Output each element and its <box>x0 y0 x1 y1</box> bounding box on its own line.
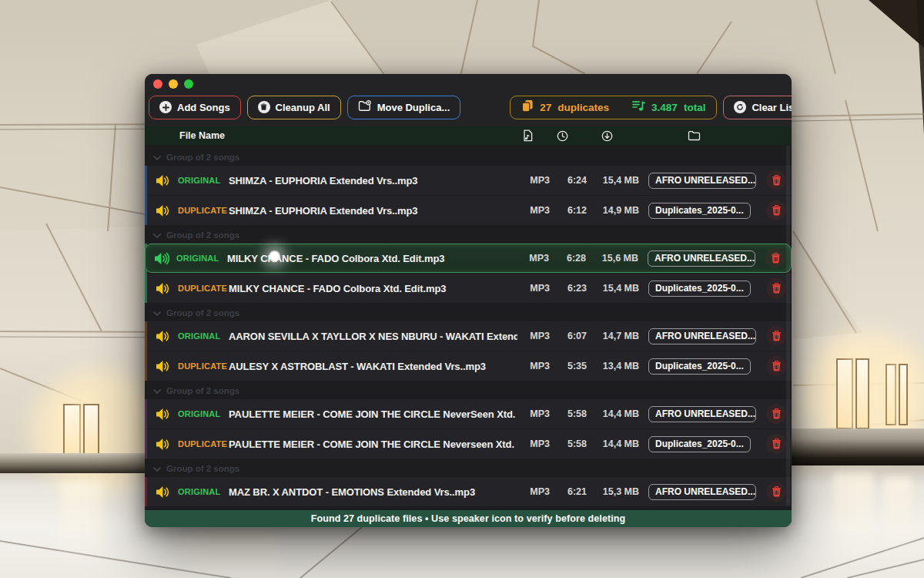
file-type: MP3 <box>517 331 550 341</box>
file-type: MP3 <box>517 175 550 186</box>
row-tag: ORIGINAL <box>178 331 229 341</box>
group-rows: ORIGINAL PAULETTE MEIER - COME JOIN THE … <box>145 399 792 459</box>
file-name: AULESY X ASTROBLAST - WAKATI Extended Vr… <box>229 361 517 372</box>
file-size: 15,4 MB <box>587 283 639 294</box>
speaker-preview-button[interactable] <box>147 486 178 499</box>
group-rows: ORIGINAL AARON SEVILLA X TAYLLOR X NES N… <box>145 321 792 381</box>
cleanup-all-label: Cleanup All <box>276 102 330 113</box>
plus-icon <box>159 101 172 113</box>
song-group: Group of 2 songs ORIGINAL SHIMZA - EUPHO… <box>145 151 792 225</box>
titlebar[interactable] <box>145 74 792 94</box>
group-header[interactable]: Group of 2 songs <box>145 385 792 396</box>
speaker-preview-button[interactable] <box>147 438 178 451</box>
speaker-preview-button[interactable] <box>146 252 176 265</box>
song-row[interactable]: DUPLICATE AULESY X ASTROBLAST - WAKATI E… <box>147 351 792 381</box>
move-duplicates-button[interactable]: Move Duplica... <box>347 96 461 119</box>
lamp-reflection <box>884 476 912 561</box>
song-list[interactable]: Group of 2 songs ORIGINAL SHIMZA - EUPHO… <box>145 145 792 510</box>
row-tag: ORIGINAL <box>178 409 229 418</box>
location-badge[interactable]: AFRO UNRELEASED... <box>648 250 760 267</box>
file-name: SHIMZA - EUPHORIA Extended Vrs..mp3 <box>229 175 517 187</box>
file-type: MP3 <box>517 439 550 449</box>
group-header[interactable]: Group of 2 songs <box>145 462 792 474</box>
trash-icon <box>765 248 785 268</box>
total-label: total <box>684 102 706 113</box>
floor-lamp <box>899 364 908 425</box>
speaker-preview-button[interactable] <box>147 174 178 187</box>
speaker-preview-button[interactable] <box>147 330 178 343</box>
song-group: Group of 2 songs ORIGINAL MILKY CHANCE -… <box>145 229 792 303</box>
location-badge[interactable]: AFRO UNRELEASED... <box>648 173 761 189</box>
zoom-window-button[interactable] <box>184 79 193 89</box>
file-type-column-icon <box>511 129 544 142</box>
speaker-preview-button[interactable] <box>147 204 178 217</box>
location-badge[interactable]: Duplicates_2025-0... <box>648 203 761 219</box>
speaker-preview-button[interactable] <box>147 282 178 295</box>
file-name: PAULETTE MEIER - COME JOIN THE CIRCLE Ne… <box>229 439 517 450</box>
duration: 6:24 <box>550 175 587 186</box>
row-tag: DUPLICATE <box>178 439 229 449</box>
group-rows: ORIGINAL SHIMZA - EUPHORIA Extended Vrs.… <box>145 166 792 225</box>
song-group: Group of 2 songs ORIGINAL AARON SEVILLA … <box>145 307 792 381</box>
group-header-label: Group of 2 songs <box>166 464 239 473</box>
floor-lamp <box>855 358 869 429</box>
row-tag: ORIGINAL <box>178 176 229 185</box>
location-badge[interactable]: AFRO UNRELEASED... <box>648 328 761 344</box>
table-header: File Name <box>145 126 792 145</box>
duration: 6:21 <box>550 486 587 497</box>
duplicates-count: 27 <box>540 102 551 113</box>
file-type: MP3 <box>517 283 550 294</box>
song-row[interactable]: ORIGINAL PAULETTE MEIER - COME JOIN THE … <box>147 399 792 428</box>
ledge <box>0 453 145 473</box>
song-row[interactable]: ORIGINAL AARON SEVILLA X TAYLLOR X NES N… <box>147 321 792 351</box>
location-badge[interactable]: Duplicates_2025-0... <box>648 436 761 452</box>
minimize-window-button[interactable] <box>169 79 178 89</box>
location-badge[interactable]: AFRO UNRELEASED... <box>648 484 761 500</box>
location-badge[interactable]: AFRO UNRELEASED... <box>648 406 761 422</box>
group-header-label: Group of 2 songs <box>166 153 239 162</box>
group-rows: ORIGINAL MAZ BR. X ANTDOT - EMOTIONS Ext… <box>145 477 792 506</box>
chevron-down-icon <box>153 386 161 395</box>
location-badge[interactable]: Duplicates_2025-0... <box>648 281 761 297</box>
floor-lamp <box>886 364 896 425</box>
duplicates-copy-icon <box>521 99 534 115</box>
song-row[interactable]: DUPLICATE SHIMZA - EUPHORIA Extended Vrs… <box>147 196 792 225</box>
file-size: 14,9 MB <box>587 205 639 216</box>
song-row[interactable]: ORIGINAL MILKY CHANCE - FADO Colbora Xtd… <box>145 244 792 273</box>
song-row[interactable]: DUPLICATE MILKY CHANCE - FADO Colbora Xt… <box>147 274 792 303</box>
group-header[interactable]: Group of 2 songs <box>145 229 792 240</box>
lamp-reflection <box>60 482 103 566</box>
trash-icon <box>766 356 786 376</box>
chevron-down-icon <box>153 230 161 240</box>
location-badge[interactable]: Duplicates_2025-0... <box>648 358 761 375</box>
file-name: SHIMZA - EUPHORIA Extended Vrs..mp3 <box>229 205 517 217</box>
group-header[interactable]: Group of 2 songs <box>145 307 792 318</box>
trash-icon <box>766 482 786 502</box>
group-header[interactable]: Group of 2 songs <box>145 151 792 163</box>
file-type: MP3 <box>517 253 549 264</box>
lamp-reflection <box>833 473 873 566</box>
trash-icon <box>766 200 786 220</box>
file-size: 14,4 MB <box>587 408 639 419</box>
floor-lamp <box>836 358 853 429</box>
clear-list-button[interactable]: Clear List <box>723 96 792 119</box>
duration-column-icon <box>544 130 581 142</box>
speaker-preview-button[interactable] <box>147 408 178 421</box>
group-rows: ORIGINAL MILKY CHANCE - FADO Colbora Xtd… <box>145 244 792 303</box>
add-songs-button[interactable]: Add Songs <box>149 96 241 119</box>
clear-list-label: Clear List <box>752 102 792 113</box>
chevron-down-icon <box>153 308 161 318</box>
song-row[interactable]: ORIGINAL SHIMZA - EUPHORIA Extended Vrs.… <box>147 166 792 195</box>
speaker-preview-button[interactable] <box>147 360 178 373</box>
trash-icon <box>766 278 786 298</box>
file-name: AARON SEVILLA X TAYLLOR X NES NBURU - WA… <box>229 331 517 342</box>
file-size: 14,4 MB <box>587 439 639 449</box>
scrollbar[interactable] <box>786 145 790 506</box>
song-row[interactable]: ORIGINAL MAZ BR. X ANTDOT - EMOTIONS Ext… <box>147 477 792 506</box>
floor-lamp <box>63 404 81 458</box>
trash-icon <box>766 404 786 424</box>
duration: 5:58 <box>550 408 587 419</box>
cleanup-all-button[interactable]: Cleanup All <box>247 96 341 119</box>
close-window-button[interactable] <box>153 79 162 89</box>
song-row[interactable]: DUPLICATE PAULETTE MEIER - COME JOIN THE… <box>147 429 792 459</box>
